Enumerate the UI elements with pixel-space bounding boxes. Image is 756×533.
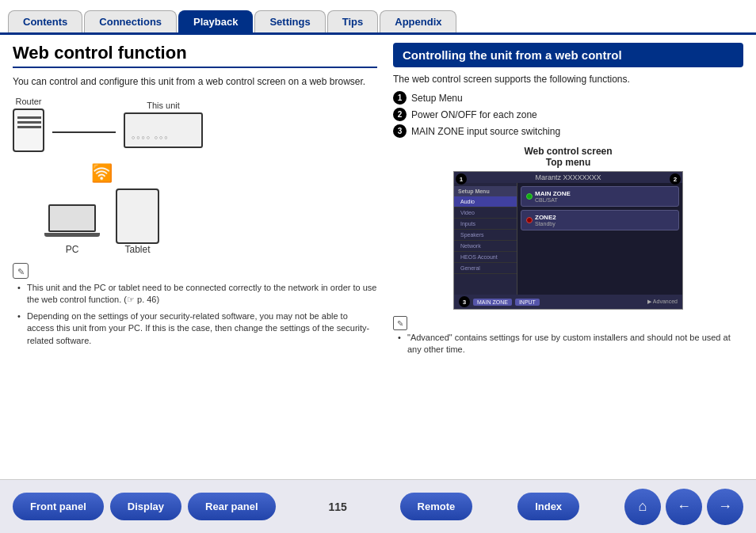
web-advanced-link[interactable]: ▶ Advanced	[647, 299, 678, 305]
intro-text: You can control and configure this unit …	[13, 74, 377, 89]
web-bottom-bar: 3 MAIN ZONE INPUT ▶ Advanced	[454, 295, 682, 309]
zone-power-on-icon	[526, 193, 533, 200]
back-button[interactable]: ←	[666, 489, 702, 525]
web-screen-body: Setup Menu Audio Video Inputs Speakers N…	[454, 183, 682, 307]
unit-label: This unit	[147, 101, 180, 110]
right-column: Controlling the unit from a web control …	[393, 43, 743, 471]
feature-num-1: 1	[393, 91, 407, 105]
web-sidebar-speakers[interactable]: Speakers	[454, 230, 517, 241]
wired-diagram: Router This unit	[13, 97, 377, 152]
feature-text-3: MAIN ZONE input source switching	[411, 126, 560, 137]
web-sidebar-general[interactable]: General	[454, 263, 517, 274]
zone-main-title: MAIN ZONE	[535, 190, 571, 197]
router-section: Router	[13, 97, 44, 152]
tablet-icon	[116, 188, 159, 244]
index-button[interactable]: Index	[517, 493, 579, 520]
feature-item-1: 1 Setup Menu	[393, 91, 743, 105]
right-note-list: "Advanced" contains settings for use by …	[393, 332, 743, 356]
feature-item-3: 3 MAIN ZONE input source switching	[393, 124, 743, 138]
tab-appendix[interactable]: Appendix	[380, 10, 456, 32]
web-sidebar-inputs[interactable]: Inputs	[454, 219, 517, 230]
forward-button[interactable]: →	[707, 489, 743, 525]
features-list: 1 Setup Menu 2 Power ON/OFF for each zon…	[393, 91, 743, 138]
page-number: 115	[328, 501, 346, 513]
right-note-item: "Advanced" contains settings for use by …	[398, 332, 743, 356]
section-header: Controlling the unit from a web control	[393, 43, 743, 67]
web-sidebar-audio[interactable]: Audio	[454, 196, 517, 207]
tab-tips[interactable]: Tips	[327, 10, 379, 32]
front-panel-button[interactable]: Front panel	[13, 493, 104, 520]
tab-contents[interactable]: Contents	[8, 10, 82, 32]
laptop-icon	[44, 204, 100, 244]
web-sidebar-video[interactable]: Video	[454, 207, 517, 219]
web-input-btn[interactable]: INPUT	[515, 299, 540, 306]
forward-arrow-icon: →	[718, 498, 732, 515]
cable-line	[52, 131, 116, 133]
note-icon: ✎	[13, 263, 29, 279]
laptop-base	[44, 233, 100, 237]
page-title: Web control function	[13, 43, 377, 68]
rear-panel-button[interactable]: Rear panel	[188, 493, 275, 520]
feature-num-3: 3	[393, 124, 407, 138]
overlay-num-1: 1	[456, 173, 467, 185]
unit-icon	[124, 112, 203, 148]
tab-connections[interactable]: Connections	[84, 10, 177, 32]
tablet-section: Tablet	[116, 188, 159, 255]
web-zone-main: MAIN ZONE CBL/SAT	[521, 186, 679, 207]
web-sidebar-network[interactable]: Network	[454, 241, 517, 252]
pc-label: PC	[44, 244, 100, 255]
tab-settings[interactable]: Settings	[254, 10, 325, 32]
laptop-screen	[48, 204, 96, 232]
remote-button[interactable]: Remote	[400, 493, 473, 520]
home-button[interactable]: ⌂	[624, 489, 661, 525]
unit-section: This unit	[124, 101, 203, 148]
web-zone-zone2: ZONE2 Standby	[521, 210, 679, 230]
zone2-title: ZONE2	[535, 214, 556, 221]
left-column: Web control function You can control and…	[13, 43, 377, 471]
zone-main-sub: CBL/SAT	[535, 197, 571, 203]
main-content: Web control function You can control and…	[0, 35, 756, 479]
zone2-sub: Standby	[535, 221, 556, 227]
overlay-num-2: 2	[670, 173, 681, 185]
nav-bar: Contents Connections Playback Settings T…	[0, 0, 756, 35]
web-sidebar-header: Setup Menu	[454, 186, 517, 196]
screen-title: Web control screen Top menu	[393, 146, 743, 168]
web-sidebar: Setup Menu Audio Video Inputs Speakers N…	[454, 183, 517, 307]
overlay-num-3: 3	[459, 296, 470, 307]
router-icon	[13, 109, 44, 152]
pc-section: PC	[44, 204, 100, 255]
bottom-nav-buttons: Front panel Display Rear panel	[13, 493, 276, 520]
web-mainzone-btn[interactable]: MAIN ZONE	[473, 299, 512, 306]
right-note-icon: ✎	[393, 316, 407, 330]
tablet-label: Tablet	[116, 244, 159, 255]
wifi-icon: 🛜	[91, 163, 113, 184]
feature-text-1: Setup Menu	[411, 93, 463, 104]
wifi-section: 🛜 PC Tablet	[44, 163, 159, 255]
home-icon: ⌂	[639, 498, 647, 515]
right-note-section: ✎ "Advanced" contains settings for use b…	[393, 310, 743, 356]
feature-item-2: 2 Power ON/OFF for each zone	[393, 108, 743, 121]
note-section: ✎ This unit and the PC or tablet need to…	[13, 263, 377, 347]
wireless-diagram: 🛜 PC Tablet	[13, 163, 377, 255]
web-main-area: 2 MAIN ZONE CBL/SAT	[517, 183, 682, 307]
bottom-bar: Front panel Display Rear panel 115 Remot…	[0, 479, 756, 533]
web-control-screen: 1 Marantz XXXXXXXX Setup Menu Audio Vide…	[453, 171, 683, 310]
feature-num-2: 2	[393, 108, 407, 121]
router-label: Router	[15, 97, 41, 106]
back-arrow-icon: ←	[677, 498, 691, 515]
note-list: This unit and the PC or tablet need to b…	[13, 282, 377, 347]
tab-playback[interactable]: Playback	[178, 10, 253, 32]
display-button[interactable]: Display	[110, 493, 181, 520]
feature-text-2: Power ON/OFF for each zone	[411, 109, 537, 120]
web-title-bar: Marantz XXXXXXXX	[454, 172, 682, 183]
web-sidebar-heos[interactable]: HEOS Account	[454, 252, 517, 263]
icon-buttons: ⌂ ← →	[624, 489, 743, 525]
note-item-1: This unit and the PC or tablet need to b…	[17, 282, 377, 306]
supports-text: The web control screen supports the foll…	[393, 74, 743, 85]
zone-power-off-icon	[526, 217, 533, 223]
note-item-2: Depending on the settings of your securi…	[17, 310, 377, 347]
